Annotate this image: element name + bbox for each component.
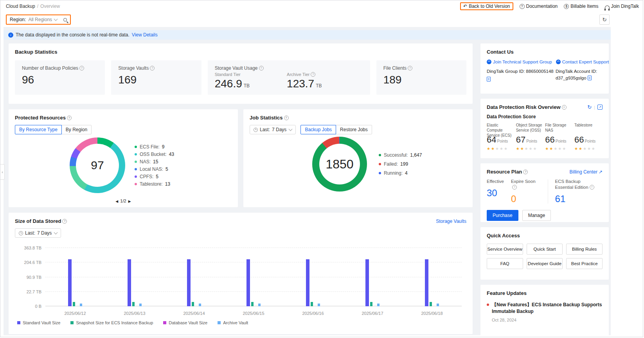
stat-sub-label: Standard Tier [215, 72, 250, 77]
quick-access-faq[interactable]: FAQ [487, 258, 523, 269]
risk-overview-title: Data Protection Risk Overviewi [487, 104, 567, 110]
region-selector[interactable]: Region: All Regions [10, 17, 67, 22]
billing-center-link[interactable]: Billing Center↗ [570, 169, 603, 175]
job-statistics-card: Job Statistics? Last: 7 Days Backup Jobs… [243, 109, 473, 207]
protected-resources-card: Protected Resources? By Resource TypeBy … [9, 109, 238, 207]
storage-vaults-link[interactable]: Storage Vaults [436, 219, 466, 224]
quick-access-billing-rules[interactable]: Billing Rules [566, 244, 603, 255]
refresh-button[interactable]: ↻ [599, 14, 610, 25]
quick-access-developer-guide[interactable]: Developer Guide [527, 258, 563, 269]
purchase-button[interactable]: Purchase [487, 210, 518, 221]
legend-item[interactable]: Local NAS:5 [135, 166, 174, 172]
join-dingtalk-button[interactable]: Join DingTalk [605, 4, 639, 9]
legend-value: 15 [153, 159, 158, 164]
legend-item[interactable]: Successful:1,647 [379, 152, 422, 158]
stat-value: 189 [383, 74, 459, 86]
pagination-text: 1/2 [120, 199, 126, 203]
protection-scores: Elastic Compute Service (ECS)64Points★★★… [487, 123, 603, 151]
quick-access-service-overview[interactable]: Service Overview [487, 244, 523, 255]
topbar: Cloud Backup / Overview ↶Back to Old Ver… [0, 0, 643, 12]
legend-value: 5 [165, 166, 168, 172]
feature-update-item[interactable]: 【New Features】ECS Instance Backup Suppor… [487, 302, 603, 322]
job-time-filter[interactable]: Last: 7 Days [250, 125, 296, 134]
documentation-button[interactable]: ?Documentation [520, 4, 558, 9]
legend-item[interactable]: CPFS:5 [135, 174, 174, 179]
bar-snapshot-size-for-ecs-instance-backup [73, 302, 75, 306]
chart-legend-item[interactable]: Snapshot Size for ECS Instance Backup [70, 320, 153, 325]
legend-item[interactable]: OSS Bucket:43 [135, 152, 174, 157]
feature-update-title: 【New Features】ECS Instance Backup Suppor… [492, 302, 603, 315]
score-stars: ★★★★★ [545, 146, 573, 151]
join-dingtalk-label: Join DingTalk [611, 4, 639, 9]
copy-icon[interactable] [487, 77, 491, 81]
help-icon[interactable]: ? [512, 185, 517, 190]
legend-label: Successful: [384, 152, 408, 158]
plan-metric-label: Effective [487, 179, 504, 184]
stat-card: Storage Vault Usage?Standard Tier246.9TB… [208, 60, 370, 95]
cloud-backup-overview-page: Cloud Backup / Overview ↶Back to Old Ver… [0, 0, 643, 337]
bar-groups [45, 248, 462, 306]
job-statistics-legend: Successful:1,647Failed:199Running:4 [379, 149, 422, 179]
sidebar-collapse-handle[interactable]: ‹ [0, 164, 5, 180]
size-time-filter[interactable]: Last: 7 Days [15, 228, 61, 238]
help-icon[interactable]: ? [150, 66, 155, 70]
chart-legend-item[interactable]: Database Vault Size [163, 320, 207, 325]
legend-item[interactable]: Failed:199 [379, 161, 422, 167]
notice-view-details-link[interactable]: View Details [132, 32, 158, 38]
legend-value: 13 [165, 181, 170, 187]
tab-by-resource-type[interactable]: By Resource Type [15, 125, 62, 134]
tab-backup-jobs[interactable]: Backup Jobs [300, 125, 336, 134]
pagination-next-icon[interactable]: ▶ [128, 199, 131, 203]
billable-items-button[interactable]: $Billable Items [564, 4, 598, 9]
chart-legend-item[interactable]: Archive Vault [218, 320, 248, 325]
external-link-icon[interactable]: ↗ [597, 105, 603, 110]
help-icon[interactable]: ? [67, 116, 72, 120]
help-icon[interactable]: ? [311, 72, 315, 77]
legend-item[interactable]: Running:4 [379, 170, 422, 176]
quick-access-best-practice[interactable]: Best Practice [566, 258, 603, 269]
quick-access-quick-start[interactable]: Quick Start [527, 244, 563, 255]
info-circle-icon[interactable]: i [562, 105, 567, 110]
score-points-unit: Points [526, 139, 537, 143]
help-icon[interactable]: ? [284, 116, 289, 120]
help-icon[interactable]: ? [79, 66, 84, 70]
copy-icon[interactable] [588, 76, 592, 80]
legend-item[interactable]: Tablestore:13 [135, 181, 174, 187]
help-icon[interactable]: ? [259, 66, 264, 70]
chevron-down-icon [289, 127, 293, 131]
back-to-old-version-label: Back to Old Version [469, 4, 510, 9]
manage-button[interactable]: Manage [522, 210, 551, 221]
job-statistics-total: 1850 [312, 137, 367, 192]
legend-value: 199 [400, 161, 408, 167]
pagination-prev-icon[interactable]: ◀ [115, 199, 118, 203]
contact-link[interactable]: Join Technical Support Group [487, 60, 552, 64]
back-to-old-version-button[interactable]: ↶Back to Old Version [460, 2, 513, 10]
legend-item[interactable]: ECS File:9 [135, 144, 174, 150]
legend-label: OSS Bucket: [140, 152, 167, 157]
protected-resources-tabs: By Resource TypeBy Region [15, 125, 92, 134]
content-canvas: i The data displayed in the console is n… [4, 27, 611, 335]
legend-item[interactable]: NAS:15 [135, 159, 174, 164]
chart-legend-item[interactable]: Standard Vault Size [17, 320, 60, 325]
feature-updates-card: Feature Updates 【New Features】ECS Instan… [480, 285, 609, 335]
resource-plan-header: Resource Plan? Billing Center↗ [487, 169, 603, 175]
tab-by-region[interactable]: By Region [61, 125, 92, 134]
tab-restore-jobs[interactable]: Restore Jobs [336, 125, 372, 134]
breadcrumb-root[interactable]: Cloud Backup [6, 4, 35, 9]
help-icon[interactable]: ? [408, 66, 412, 70]
legend-label: Standard Vault Size [23, 320, 60, 325]
feature-updates-title: Feature Updates [487, 290, 603, 296]
legend-label: Failed: [384, 161, 398, 167]
legend-swatch [17, 321, 20, 324]
help-icon[interactable]: ? [62, 219, 67, 224]
search-icon[interactable] [63, 18, 67, 22]
notice-text: The data displayed in the console is not… [16, 32, 130, 38]
plan-metric: ECS Backup Essential Edition?61 [555, 179, 603, 204]
x-tick-label: 2025/06/16 [302, 311, 324, 316]
bar-archive-vault [199, 304, 201, 306]
help-icon[interactable]: ? [523, 170, 528, 174]
refresh-icon[interactable]: ↻ [587, 104, 592, 110]
contact-link[interactable]: Contact Expert Support [556, 60, 609, 64]
help-icon[interactable]: ? [590, 185, 594, 190]
stat-value: 246.9TB [215, 78, 250, 90]
